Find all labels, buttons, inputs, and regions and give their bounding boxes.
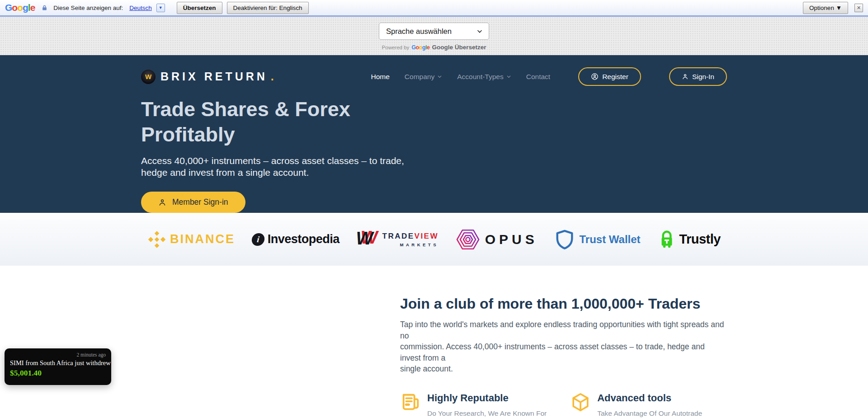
brand-mark-icon: W [141,70,156,84]
translate-widget-strip: Sprache auswählen Powered by Google Goog… [0,17,868,55]
google-logo-small: Google [411,44,429,51]
person-circle-icon [591,73,599,80]
person-icon [682,73,689,80]
nav-item-account-types[interactable]: Account-Types [457,73,511,81]
chevron-down-icon [437,74,442,79]
lock-icon [41,5,48,11]
feature-title: Advanced tools [597,392,727,404]
hero-section: W BRIX RETURN . Home Company Account-Typ… [0,55,868,213]
nav-item-company[interactable]: Company [405,73,442,81]
hero-subtitle: Access 40,000+ instruments – across asse… [141,155,727,178]
tradeview-icon: W W [356,230,379,249]
feature-highly-reputable: Highly Reputable Do Your Research, We Ar… [400,391,570,418]
toast-message: SIMI from South Africa just withdrew [10,359,106,367]
brand-dot: . [271,70,274,83]
options-button[interactable]: Optionen ▼ [803,2,848,14]
translate-prompt: Diese Seite anzeigen auf: [53,5,123,11]
toast-timestamp: 2 minutes ago [10,352,106,357]
brand-logo[interactable]: W BRIX RETURN . [141,70,274,84]
chevron-down-icon [476,28,483,34]
navbar: W BRIX RETURN . Home Company Account-Typ… [141,55,727,89]
language-dropdown-button[interactable]: ▼ [156,4,165,12]
translate-button[interactable]: Übersetzen [177,2,222,14]
newspaper-icon [400,392,421,413]
trustly-lock-icon [657,229,677,250]
intro-body: Tap into the world's markets and explore… [400,319,727,375]
toast-amount: $5,001.40 [10,368,106,378]
feature-body: Do Your Research, We Are Known For Quali… [427,409,561,418]
partner-trust-wallet: Trust Wallet [554,229,640,250]
partner-trustly: Trustly [657,229,721,250]
partner-investopedia: i Investopedia [252,232,340,246]
partner-binance: BINANCE [147,230,235,249]
hero-title: Trade Shares & Forex Profitably [141,97,727,147]
language-link[interactable]: Deutsch [129,5,152,11]
nav-item-home[interactable]: Home [371,73,390,81]
language-select-value: Sprache auswählen [386,27,452,36]
google-translate-bar: Google Diese Seite anzeigen auf: Deutsch… [0,0,868,17]
partner-opus: OPUS [455,227,538,252]
nav-links: Home Company Account-Types Contact Regis… [371,67,727,86]
person-icon [158,198,166,207]
google-logo: Google [5,2,35,13]
language-select[interactable]: Sprache auswählen [379,23,489,40]
opus-icon [455,227,481,252]
deactivate-button[interactable]: Deaktivieren für: Englisch [227,2,309,14]
intro-heading: Join a club of more than 1,000,000+ Trad… [400,266,727,312]
investopedia-icon: i [251,233,265,246]
binance-icon [147,230,166,249]
box-icon [570,392,591,413]
trust-wallet-shield-icon [554,229,575,250]
nav-item-contact[interactable]: Contact [526,73,550,81]
member-signin-button[interactable]: Member Sign-in [141,192,245,213]
chevron-down-icon [506,74,511,79]
google-translator-link[interactable]: Google Übersetzer [432,44,486,51]
intro-section: Join a club of more than 1,000,000+ Trad… [0,266,868,418]
signin-button[interactable]: Sign-In [669,67,727,86]
powered-by: Powered by Google Google Übersetzer [382,44,486,51]
close-translate-bar-icon[interactable]: ✕ [854,4,863,12]
withdrawal-toast: 2 minutes ago SIMI from South Africa jus… [5,348,111,385]
partner-tradeview: W W TRADEVIEW MARKETS [356,230,439,249]
feature-title: Highly Reputable [427,392,561,404]
register-button[interactable]: Register [578,67,641,86]
brand-name: BRIX RETURN [160,70,268,83]
partner-logo-band: BINANCE i Investopedia W W TRADEVIEW MAR… [0,213,868,266]
feature-body: Take Advantage Of Our Autotrade System. … [597,409,727,418]
feature-advanced-tools: Advanced tools Take Advantage Of Our Aut… [570,391,727,418]
